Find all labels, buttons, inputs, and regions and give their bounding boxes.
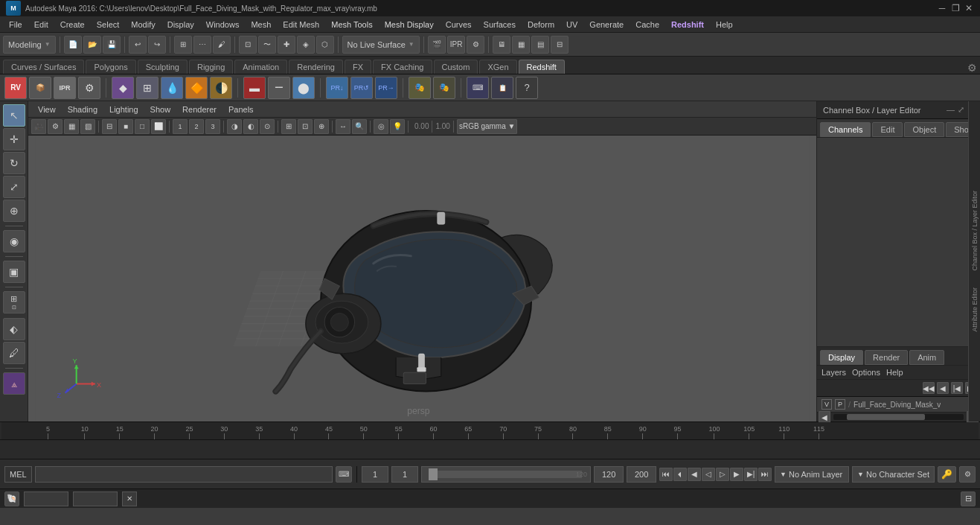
render-view-button[interactable]: 🎬 — [428, 36, 446, 54]
char-set-field[interactable]: ▼ No Character Set — [852, 466, 935, 483]
snap-surface-button[interactable]: ◈ — [297, 36, 315, 54]
menu-mesh-tools[interactable]: Mesh Tools — [325, 16, 378, 33]
layer-nav-1-button[interactable]: ◀◀ — [923, 382, 935, 394]
new-file-button[interactable]: 📄 — [64, 36, 82, 54]
vt-safe-action[interactable]: ▧ — [80, 119, 95, 134]
channel-box-sidebar-label[interactable]: Channel Box / Layer Editor — [971, 186, 979, 276]
vp-menu-lighting[interactable]: Lighting — [104, 104, 144, 115]
live-surface-dropdown[interactable]: No Live Surface ▼ — [342, 36, 420, 54]
shelf-settings-icon[interactable]: ⚙ — [967, 62, 977, 74]
shelf-icon-line[interactable]: ━━ — [268, 77, 290, 99]
shelf-tab-rigging[interactable]: Rigging — [189, 60, 233, 74]
vt-colorspace-button[interactable]: sRGB gamma ▼ — [457, 119, 517, 134]
shelf-tab-redshift[interactable]: Redshift — [519, 60, 565, 74]
shelf-tab-fxcaching[interactable]: FX Caching — [373, 60, 432, 74]
vt-flat-button[interactable]: □ — [135, 119, 150, 134]
shelf-icon-script[interactable]: ⌨ — [467, 77, 489, 99]
taskbar-window-2[interactable] — [73, 491, 118, 506]
vp-menu-show[interactable]: Show — [145, 104, 176, 115]
shelf-icon-cam2[interactable]: 🎭 — [433, 77, 455, 99]
layer-nav-3-button[interactable]: |◀ — [951, 382, 963, 394]
vp-menu-view[interactable]: View — [33, 104, 61, 115]
channel-box-float-icon[interactable]: ⤢ — [958, 105, 964, 115]
vt-bounding-box[interactable]: ⬜ — [151, 119, 166, 134]
vt-antialias[interactable]: ⊙ — [260, 119, 275, 134]
menu-file[interactable]: File — [3, 16, 28, 33]
menu-display[interactable]: Display — [161, 16, 200, 33]
snap-live-button[interactable]: ⬡ — [316, 36, 334, 54]
auto-key-button[interactable]: 🔑 — [938, 466, 956, 483]
taskbar-close-button[interactable]: ✕ — [122, 491, 137, 506]
taskbar-window-1[interactable] — [24, 491, 68, 506]
frame-range-start-input[interactable] — [391, 466, 418, 483]
redshift-icon-button[interactable]: ⟁ — [3, 372, 25, 395]
menu-help[interactable]: Help — [710, 16, 739, 33]
undo-button[interactable]: ↩ — [129, 36, 147, 54]
layer-visibility-button[interactable]: V — [822, 399, 832, 410]
ui-layout-3-button[interactable]: ⊟ — [551, 36, 569, 54]
shelf-icon-settings[interactable]: ⚙ — [78, 77, 100, 99]
transport-prev-key-button[interactable]: ⏴ — [673, 468, 687, 481]
shelf-icon-render-queue[interactable]: 📦 — [29, 77, 51, 99]
command-line-input[interactable] — [35, 466, 333, 483]
shelf-icon-blue-shape[interactable]: ⬤ — [292, 77, 315, 99]
menu-mesh-display[interactable]: Mesh Display — [379, 16, 440, 33]
vt-smooth-button[interactable]: ■ — [118, 119, 133, 134]
vt-wireframe-button[interactable]: ⊟ — [102, 119, 117, 134]
vt-zoom-button[interactable]: 🔍 — [352, 119, 367, 134]
menu-curves[interactable]: Curves — [440, 16, 478, 33]
channel-tab-channels[interactable]: Channels — [820, 122, 871, 137]
save-file-button[interactable]: 💾 — [103, 36, 121, 54]
select-mode-button[interactable]: ⊞ — [174, 36, 192, 54]
vp-menu-panels[interactable]: Panels — [223, 104, 259, 115]
transport-play-button[interactable]: ▷ — [716, 468, 729, 481]
restore-button[interactable]: ❐ — [950, 3, 961, 13]
menu-edit-mesh[interactable]: Edit Mesh — [277, 16, 325, 33]
disp-tab-display[interactable]: Display — [820, 350, 863, 365]
render-settings-button[interactable]: ⚙ — [467, 36, 484, 54]
shelf-icon-sphere[interactable]: 🌓 — [210, 77, 232, 99]
disp-menu-layers[interactable]: Layers — [822, 368, 846, 377]
menu-windows[interactable]: Windows — [200, 16, 246, 33]
vt-isolate-button[interactable]: ◎ — [374, 119, 388, 134]
show-manip-button[interactable]: ▣ — [3, 261, 25, 283]
hscroll-thumb[interactable] — [847, 414, 925, 420]
frame-end-input[interactable] — [594, 466, 624, 483]
transport-start-button[interactable]: ⏮ — [659, 468, 673, 481]
shelf-icon-log[interactable]: 📋 — [491, 77, 513, 99]
transport-next-key-button[interactable]: ▶| — [744, 468, 758, 481]
menu-mesh[interactable]: Mesh — [245, 16, 277, 33]
display-settings-button[interactable]: 🖥 — [493, 36, 510, 54]
timeline-thumb[interactable] — [429, 468, 438, 480]
hscroll-track[interactable] — [833, 414, 964, 420]
vt-hud-button[interactable]: ⊡ — [298, 119, 313, 134]
snap-point-button[interactable]: ✚ — [278, 36, 295, 54]
char-set-settings-button[interactable]: ⚙ — [959, 466, 976, 483]
menu-select[interactable]: Select — [91, 16, 126, 33]
taskbar-right-icon-1[interactable]: ⊟ — [961, 491, 976, 506]
snap-settings-button[interactable]: ⊞ ⊡ — [3, 291, 25, 314]
shelf-tab-custom[interactable]: Custom — [434, 60, 478, 74]
current-time-input[interactable] — [362, 466, 388, 483]
menu-cache[interactable]: Cache — [630, 16, 665, 33]
lasso-select-button[interactable]: ⬖ — [3, 318, 25, 340]
script-editor-button[interactable]: ⌨ — [336, 466, 352, 483]
ipr-button[interactable]: IPR — [447, 36, 466, 54]
shelf-icon-ipr[interactable]: IPR — [54, 77, 76, 99]
menu-redshift[interactable]: Redshift — [665, 16, 710, 33]
lasso-button[interactable]: ⋯ — [193, 36, 211, 54]
scale-tool-button[interactable]: ⤢ — [3, 176, 25, 198]
move-tool-button[interactable]: ✛ — [3, 128, 25, 150]
paint-button[interactable]: 🖊 — [3, 342, 25, 364]
ui-layout-1-button[interactable]: ▦ — [512, 36, 530, 54]
vt-display-1[interactable]: 1 — [173, 119, 188, 134]
rotate-tool-button[interactable]: ↻ — [3, 152, 25, 174]
channel-tab-object[interactable]: Object — [904, 122, 944, 137]
select-tool-button[interactable]: ↖ — [3, 104, 25, 127]
shelf-tab-animation[interactable]: Animation — [234, 60, 287, 74]
vt-ambient-occ[interactable]: ◐ — [243, 119, 258, 134]
shelf-icon-orange[interactable]: 🔶 — [185, 77, 208, 99]
shelf-icon-red-shape[interactable]: ▬ — [243, 77, 266, 99]
shelf-icon-pr3[interactable]: PR→ — [375, 77, 397, 99]
anim-range-end-input[interactable] — [627, 466, 656, 483]
